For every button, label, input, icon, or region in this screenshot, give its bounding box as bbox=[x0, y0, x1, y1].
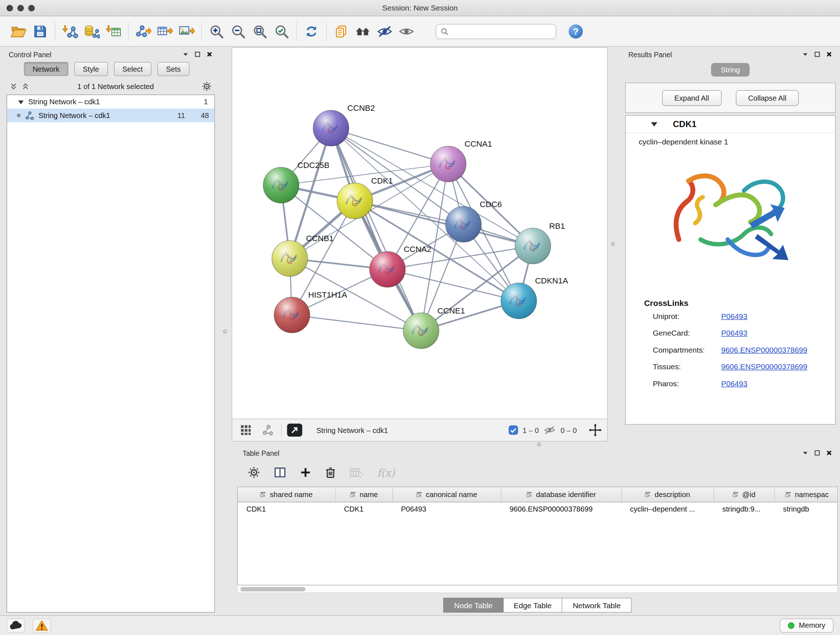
pan-crosshair-icon[interactable] bbox=[589, 424, 602, 437]
crosslink-value-link[interactable]: 9606.ENSP00000378699 bbox=[722, 362, 807, 371]
cloud-button[interactable] bbox=[6, 618, 25, 632]
selected-checkbox-icon[interactable] bbox=[508, 425, 518, 435]
network-node-CDK1[interactable]: CDK1 bbox=[337, 176, 393, 219]
zoom-out-button[interactable] bbox=[227, 19, 249, 43]
network-edge-CCNB2-CCNE1[interactable] bbox=[331, 128, 421, 331]
apply-layout-button[interactable] bbox=[301, 19, 322, 43]
tab-sets[interactable]: Sets bbox=[157, 62, 189, 76]
delete-column-trash-icon[interactable] bbox=[325, 467, 336, 478]
table-cell[interactable]: CDK1 bbox=[238, 502, 335, 516]
function-builder-icon[interactable]: f(x) bbox=[377, 467, 395, 478]
network-edge-HIST1H1A-CCNE1[interactable] bbox=[292, 315, 421, 331]
expand-all-tree-icon[interactable] bbox=[22, 82, 29, 90]
table-cell[interactable]: stringdb:9... bbox=[714, 502, 775, 516]
tab-string[interactable]: String bbox=[711, 63, 750, 77]
network-canvas[interactable]: CCNB2CCNA1CDC25BCDK1CDC6RB1CCNB1CCNA2CDK… bbox=[232, 48, 608, 420]
panel-close-icon[interactable] bbox=[826, 450, 832, 456]
column-header-description[interactable]: description bbox=[622, 487, 714, 502]
network-edge-CDK1-RB1[interactable] bbox=[355, 201, 533, 246]
add-column-icon[interactable] bbox=[300, 467, 311, 478]
show-columns-icon[interactable] bbox=[274, 467, 286, 478]
import-table-from-file-button[interactable] bbox=[103, 19, 125, 43]
gene-section-header[interactable]: CDK1 bbox=[626, 116, 835, 133]
tab-select[interactable]: Select bbox=[114, 62, 151, 76]
documents-button[interactable] bbox=[331, 19, 352, 43]
column-header-namespac[interactable]: namespac bbox=[775, 487, 838, 502]
panel-float-icon[interactable] bbox=[814, 450, 821, 456]
horizontal-scrollbar[interactable] bbox=[237, 585, 838, 593]
network-node-HIST1H1A[interactable]: HIST1H1A bbox=[274, 290, 347, 333]
table-row[interactable]: CDK1CDK1P064939606.ENSP00000378699cyclin… bbox=[238, 502, 838, 516]
network-node-CCNA1[interactable]: CCNA1 bbox=[431, 139, 493, 182]
crosslink-value-link[interactable]: P06493 bbox=[722, 379, 747, 387]
hidden-eye-icon[interactable] bbox=[543, 425, 556, 435]
crosslink-value-link[interactable]: P06493 bbox=[722, 311, 747, 320]
network-node-CCNB2[interactable]: CCNB2 bbox=[313, 103, 375, 146]
birds-eye-view-button[interactable] bbox=[287, 424, 302, 437]
export-network-button[interactable] bbox=[133, 19, 154, 43]
collapse-all-button[interactable]: Collapse All bbox=[736, 90, 799, 106]
zoom-fit-button[interactable] bbox=[249, 19, 271, 43]
network-graph[interactable]: CCNB2CCNA1CDC25BCDK1CDC6RB1CCNB1CCNA2CDK… bbox=[232, 48, 607, 419]
import-network-from-database-button[interactable] bbox=[81, 19, 103, 43]
tab-node-table[interactable]: Node Table bbox=[444, 598, 504, 613]
crosslink-value-link[interactable]: 9606.ENSP00000378699 bbox=[722, 345, 807, 354]
panel-close-icon[interactable] bbox=[826, 51, 832, 57]
column-header-name[interactable]: name bbox=[335, 487, 393, 502]
panel-float-icon[interactable] bbox=[814, 51, 821, 57]
table-settings-gear-icon[interactable] bbox=[248, 467, 260, 478]
panel-menu-icon[interactable] bbox=[802, 51, 808, 57]
table-cell[interactable]: cyclin–dependent ... bbox=[622, 502, 714, 516]
memory-button[interactable]: Memory bbox=[780, 618, 834, 632]
expand-all-button[interactable]: Expand All bbox=[662, 90, 722, 106]
scrollbar-thumb[interactable] bbox=[240, 587, 306, 592]
column-header-database-identifier[interactable]: database identifier bbox=[501, 487, 622, 502]
tab-network[interactable]: Network bbox=[24, 62, 68, 76]
open-session-button[interactable] bbox=[8, 19, 29, 43]
help-button[interactable]: ? bbox=[565, 19, 587, 43]
save-session-button[interactable] bbox=[29, 19, 51, 43]
import-network-from-file-button[interactable] bbox=[59, 19, 81, 43]
table-cell[interactable]: stringdb bbox=[775, 502, 838, 516]
delete-table-icon[interactable] bbox=[350, 467, 363, 478]
network-share-button[interactable] bbox=[259, 423, 276, 438]
table-cell[interactable]: CDK1 bbox=[335, 502, 393, 516]
houses-button[interactable] bbox=[352, 19, 374, 43]
panel-menu-icon[interactable] bbox=[802, 450, 808, 456]
show-all-button[interactable] bbox=[396, 19, 417, 43]
panel-menu-icon[interactable] bbox=[182, 51, 189, 57]
search-input[interactable] bbox=[452, 27, 551, 35]
panel-close-icon[interactable] bbox=[206, 51, 213, 57]
network-node-RB1[interactable]: RB1 bbox=[515, 222, 565, 264]
export-image-button[interactable] bbox=[176, 19, 197, 43]
column-header-shared-name[interactable]: shared name bbox=[238, 487, 335, 502]
splitter-handle[interactable] bbox=[611, 242, 615, 246]
collapse-all-tree-icon[interactable] bbox=[10, 82, 17, 90]
network-node-CDKN1A[interactable]: CDKN1A bbox=[501, 276, 568, 319]
zoom-out-icon bbox=[231, 24, 246, 39]
collapse-triangle-icon[interactable] bbox=[18, 99, 24, 105]
column-header--id[interactable]: @id bbox=[714, 487, 775, 502]
tab-edge-table[interactable]: Edge Table bbox=[503, 598, 562, 613]
table-cell[interactable]: 9606.ENSP00000378699 bbox=[501, 502, 622, 516]
search-field[interactable] bbox=[436, 24, 556, 39]
export-table-button[interactable] bbox=[154, 19, 176, 43]
tab-style[interactable]: Style bbox=[74, 62, 108, 76]
warning-button[interactable] bbox=[33, 618, 51, 632]
zoom-in-button[interactable] bbox=[206, 19, 227, 43]
crosslink-value-link[interactable]: P06493 bbox=[722, 328, 747, 337]
splitter-handle[interactable] bbox=[223, 330, 227, 334]
network-row[interactable]: String Network – cdk1 11 48 bbox=[7, 109, 215, 122]
table-cell[interactable]: P06493 bbox=[393, 502, 501, 516]
panel-float-icon[interactable] bbox=[194, 51, 201, 57]
column-header-canonical-name[interactable]: canonical name bbox=[393, 487, 501, 502]
gear-icon[interactable] bbox=[202, 81, 212, 91]
collapse-section-icon[interactable] bbox=[651, 121, 658, 127]
hide-selected-button[interactable] bbox=[374, 19, 396, 43]
network-collection-row[interactable]: String Network – cdk1 1 bbox=[7, 95, 215, 109]
zoom-selected-button[interactable] bbox=[271, 19, 293, 43]
tab-network-table[interactable]: Network Table bbox=[562, 598, 632, 613]
network-edge-CCNB2-CCNA1[interactable] bbox=[331, 128, 448, 164]
splitter-handle[interactable] bbox=[537, 443, 541, 447]
grid-view-button[interactable] bbox=[238, 423, 254, 438]
